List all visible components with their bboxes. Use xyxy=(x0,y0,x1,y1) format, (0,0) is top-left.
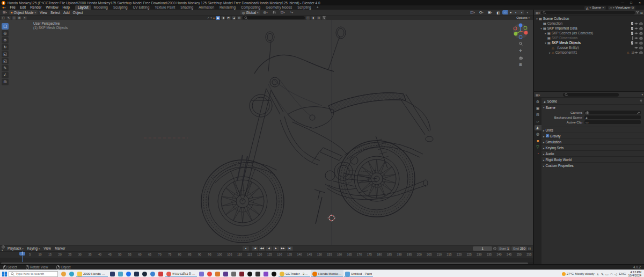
shading-dropdown[interactable]: ▾ xyxy=(525,10,530,15)
close-icon[interactable]: × xyxy=(23,16,27,20)
eye-icon[interactable] xyxy=(634,32,638,35)
checkbox-icon[interactable]: ✓ xyxy=(631,31,633,35)
checkbox-icon[interactable]: ✓ xyxy=(631,21,633,25)
scene-panel-header[interactable]: ▾ Scene xyxy=(541,105,644,110)
workspace-tab-modeling[interactable]: Modeling xyxy=(91,5,111,10)
proportional-editing-toggle[interactable]: ◔▾ xyxy=(288,10,295,15)
play-button[interactable]: ▶ xyxy=(273,246,279,251)
viewport-menu-add[interactable]: Add xyxy=(62,10,71,15)
filter-b-icon[interactable]: ▮ xyxy=(311,16,316,20)
app-purple-taskbar-button[interactable] xyxy=(222,270,230,277)
properties-tab-world[interactable]: ◍ xyxy=(535,132,541,137)
mirror-icon[interactable]: ◫ xyxy=(12,16,16,20)
properties-tab-data[interactable]: ▽ xyxy=(535,144,541,150)
snap-magnet-toggle[interactable] xyxy=(271,11,277,14)
panel-custom-properties[interactable]: ▸Custom Properties xyxy=(541,162,644,168)
viewport-menu-object[interactable]: Object xyxy=(71,10,85,15)
timeline-menu-keying[interactable]: Keying ▾ xyxy=(26,246,42,251)
shading-solid-button[interactable]: ● xyxy=(508,10,513,14)
file-explorer-taskbar-button[interactable]: 2000 Honda Monke... xyxy=(76,270,108,277)
properties-tab-view-layer[interactable]: ▱ xyxy=(535,119,541,124)
expand-open-icon[interactable]: ▾ xyxy=(535,17,539,20)
pen-icon[interactable]: ✎ xyxy=(601,272,604,276)
outliner-row[interactable]: ▤Collection✓ xyxy=(534,21,644,26)
keying-clock-icon[interactable] xyxy=(493,247,496,250)
filter-c-icon[interactable]: ⊡ xyxy=(317,16,321,20)
outliner-search-field[interactable] xyxy=(541,11,635,14)
grid-ortho-icon[interactable]: ⊞ xyxy=(517,62,524,68)
tool-search-field[interactable] xyxy=(243,16,305,19)
checkbox-empty-icon[interactable] xyxy=(632,36,633,40)
outliner-editor-icon[interactable]: ▤▾ xyxy=(536,11,540,14)
panel-checkbox[interactable]: ✓ xyxy=(546,134,549,137)
next-keyframe-button[interactable]: ▶▶ xyxy=(280,246,286,251)
workspace-tab-+[interactable]: + xyxy=(314,5,321,10)
auto-keying-toggle[interactable]: ● xyxy=(243,246,249,251)
topbar-menu-file[interactable]: File xyxy=(8,5,17,10)
expand-open-icon[interactable]: ▾ xyxy=(539,27,543,30)
expand-open-icon[interactable]: ▾ xyxy=(544,41,547,45)
workspace-tab-compositing[interactable]: Compositing xyxy=(238,5,263,10)
orientation-gizmo[interactable] xyxy=(513,23,529,39)
topbar-menu-edit[interactable]: Edit xyxy=(18,5,28,10)
clock[interactable]: 4:13 PM 10/4/2024 xyxy=(628,271,641,277)
battery-icon[interactable]: ▭ xyxy=(605,272,609,276)
zoom-icon[interactable] xyxy=(517,41,524,47)
eye-icon[interactable] xyxy=(634,37,638,40)
outliner-filter-icon[interactable] xyxy=(636,11,639,14)
blender-taskbar-button[interactable]: Honda Monkey125... xyxy=(311,270,343,277)
scene-selector[interactable]: ◭▾ Scene × xyxy=(584,6,606,10)
shading-wireframe-button[interactable]: ◌ xyxy=(502,10,508,14)
timeline-menu-playback[interactable]: Playback ▾ xyxy=(6,246,25,251)
shading-rendered-button[interactable]: ◑ xyxy=(518,10,524,14)
shading-material-button[interactable]: ◐ xyxy=(513,10,518,14)
properties-tab-tool[interactable]: ⚙ xyxy=(535,99,541,105)
current-frame-field[interactable]: 1 xyxy=(473,246,492,251)
snap-to-dropdown[interactable]: ⊡▾ xyxy=(279,10,287,15)
properties-tab-render[interactable]: ▣ xyxy=(535,106,541,111)
prev-keyframe-button[interactable]: ◀◀ xyxy=(259,246,265,251)
timeline-menu-marker[interactable]: Marker xyxy=(53,246,67,251)
topbar-menu-window[interactable]: Window xyxy=(43,5,60,10)
app-orange-taskbar-button[interactable] xyxy=(214,270,222,277)
app-navy-taskbar-button[interactable] xyxy=(133,270,141,277)
add-cube-tool-button[interactable]: ⊞ xyxy=(2,79,9,85)
workspace-tab-scripting[interactable]: Scripting xyxy=(295,5,313,10)
app-orange-circle-taskbar-button[interactable]: ทรเมรอดิเอ ติ ท... xyxy=(165,270,197,277)
workspace-tab-texture-paint[interactable]: Texture Paint xyxy=(152,5,178,10)
background-scene-field[interactable]: ◭ xyxy=(584,115,641,119)
scale-tool-button[interactable]: ◱ xyxy=(2,51,9,57)
app-charcoal-taskbar-button[interactable] xyxy=(254,270,262,277)
maximize-button[interactable]: □ xyxy=(627,0,635,5)
playhead-frame-badge[interactable]: 1 xyxy=(19,252,25,256)
checkbox-icon[interactable]: ✓ xyxy=(631,26,633,30)
outliner-row[interactable]: ▾▤SKP Imported Data✓ xyxy=(534,26,644,31)
eyedropper-icon[interactable] xyxy=(636,111,640,114)
eye-icon[interactable] xyxy=(634,46,638,49)
panel-rigid-body-world[interactable]: ▸Rigid Body World xyxy=(541,156,644,162)
volume-icon[interactable]: ◁ xyxy=(614,272,617,276)
opera-taskbar-button[interactable] xyxy=(246,270,254,277)
panel-simulation[interactable]: ▸Simulation xyxy=(541,138,644,144)
properties-tab-output[interactable]: ⊟ xyxy=(535,112,541,118)
move-tool-button[interactable]: ⊕ xyxy=(2,37,9,43)
photos-taskbar-button[interactable] xyxy=(197,270,206,277)
app-black-circle-taskbar-button[interactable] xyxy=(270,270,278,277)
workspace-tab-layout[interactable]: Layout xyxy=(75,5,91,10)
unlink-scene-icon[interactable]: × xyxy=(602,6,604,9)
start-frame-field[interactable]: Start 1 xyxy=(497,246,510,251)
timeline-menu-view[interactable]: View xyxy=(42,246,53,251)
viewport-menu-view[interactable]: View xyxy=(38,10,49,15)
camera-icon[interactable] xyxy=(639,37,643,40)
options-dropdown[interactable]: Options ▾ xyxy=(516,16,530,19)
measure-tool-button[interactable]: ∠ xyxy=(2,72,9,78)
edge-legacy-taskbar-button[interactable] xyxy=(125,270,133,277)
properties-options-icon[interactable]: ▾ xyxy=(641,93,643,96)
camera-icon[interactable] xyxy=(639,46,643,49)
camera-icon[interactable] xyxy=(639,32,643,35)
edge-browser-taskbar-button[interactable] xyxy=(68,270,76,277)
select-mode-extend[interactable]: ◨ xyxy=(221,16,225,20)
properties-search-field[interactable] xyxy=(563,93,619,97)
panel-units[interactable]: ▸Units xyxy=(541,127,644,133)
rotate-tool-button[interactable]: ↻ xyxy=(2,44,9,50)
